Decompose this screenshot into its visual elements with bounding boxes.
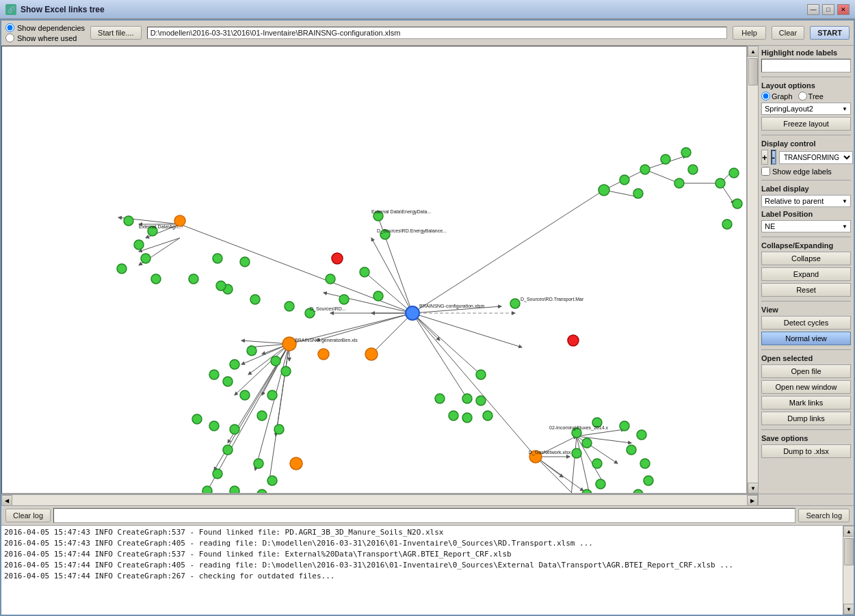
svg-point-139: [633, 490, 643, 493]
clear-button[interactable]: Clear: [772, 26, 804, 40]
svg-point-62: [681, 148, 691, 157]
file-path-input[interactable]: [147, 27, 728, 39]
svg-point-67: [406, 306, 419, 320]
show-edge-labels-label[interactable]: Show edge labels: [761, 167, 851, 176]
dump-xlsx-button[interactable]: Dump to .xlsx: [761, 444, 851, 458]
scroll-track-v[interactable]: [748, 57, 758, 483]
close-button[interactable]: ✕: [837, 4, 850, 15]
show-edge-labels-checkbox[interactable]: [761, 167, 770, 176]
separator-7: [761, 429, 851, 430]
svg-line-2: [371, 238, 412, 313]
collapse-button[interactable]: Collapse: [761, 252, 851, 265]
dc-dropdown[interactable]: TRANSFORMING PICKING ANIMATING: [779, 151, 853, 164]
svg-line-44: [570, 436, 577, 493]
clear-log-button[interactable]: Clear log: [5, 509, 51, 522]
svg-point-55: [598, 185, 609, 196]
open-file-button[interactable]: Open file: [761, 364, 851, 378]
scroll-down-arrow[interactable]: ▼: [748, 483, 759, 494]
minimize-button[interactable]: —: [807, 4, 819, 15]
log-scroll-up[interactable]: ▲: [843, 526, 854, 537]
scroll-left-arrow[interactable]: ◀: [1, 495, 12, 506]
svg-point-74: [285, 302, 294, 311]
dump-links-button[interactable]: Dump links: [761, 412, 851, 425]
layout-dropdown[interactable]: SpringLayout2 ▼: [761, 103, 851, 115]
radio-dependencies[interactable]: [5, 23, 14, 32]
svg-point-66: [722, 219, 732, 229]
svg-point-102: [209, 421, 219, 431]
separator-3: [761, 180, 851, 180]
log-entry: 2016-04-05 15:47:44 INFO CreateGraph:267…: [4, 571, 840, 582]
help-button[interactable]: Help: [733, 26, 766, 40]
scroll-up-arrow[interactable]: ▲: [748, 46, 759, 57]
graph-panel[interactable]: BRAINSNG-configuration.xlsm D_Sources\RD…: [1, 46, 747, 494]
view-label: View: [761, 306, 851, 314]
svg-point-56: [620, 175, 629, 185]
svg-point-111: [365, 348, 378, 360]
detect-cycles-button[interactable]: Detect cycles: [761, 316, 851, 330]
radio-where-used-label[interactable]: Show where used: [5, 34, 85, 42]
app-icon: 🔗: [5, 4, 16, 15]
svg-point-79: [134, 240, 144, 250]
log-search-input[interactable]: [53, 508, 795, 523]
radio-graph[interactable]: [761, 92, 770, 101]
svg-point-71: [373, 211, 383, 221]
freeze-layout-button[interactable]: Freeze layout: [761, 117, 851, 131]
radio-tree[interactable]: [798, 92, 807, 101]
svg-line-49: [412, 190, 604, 313]
svg-point-72: [380, 230, 390, 239]
reset-button[interactable]: Reset: [761, 283, 851, 297]
svg-point-105: [254, 459, 263, 468]
svg-line-11: [645, 170, 679, 183]
svg-point-59: [661, 155, 670, 164]
log-vertical-scrollbar[interactable]: ▲ ▼: [843, 526, 854, 615]
scroll-right-arrow[interactable]: ▶: [747, 495, 758, 506]
right-panel-spacer: [758, 494, 854, 505]
vertical-scrollbar[interactable]: ▲ ▼: [747, 46, 758, 494]
right-panel: Highlight node labels Layout options Gra…: [758, 46, 854, 494]
svg-point-77: [148, 226, 157, 236]
dc-minus-button[interactable]: -: [771, 150, 776, 165]
log-scroll-thumb[interactable]: [844, 538, 854, 565]
expand-button[interactable]: Expand: [761, 267, 851, 281]
svg-point-121: [435, 394, 445, 403]
svg-point-89: [332, 253, 343, 264]
svg-line-47: [412, 313, 522, 347]
label-position-dropdown[interactable]: NE ▼: [761, 220, 851, 232]
svg-point-130: [592, 459, 602, 468]
scroll-track-h[interactable]: [12, 495, 747, 505]
radio-graph-label[interactable]: Graph: [761, 92, 793, 101]
normal-view-button[interactable]: Normal view: [761, 332, 851, 345]
radio-tree-label[interactable]: Tree: [798, 92, 824, 101]
scroll-thumb-v[interactable]: [748, 58, 758, 85]
layout-dropdown-arrow: ▼: [842, 106, 847, 112]
log-scroll-down[interactable]: ▼: [843, 604, 854, 615]
open-new-window-button[interactable]: Open new window: [761, 380, 851, 394]
maximize-button[interactable]: □: [822, 4, 834, 15]
start-button[interactable]: START: [810, 26, 850, 40]
svg-point-58: [633, 189, 643, 198]
bottom-area: Clear log Search log 2016-04-05 15:47:43…: [1, 505, 854, 615]
svg-point-129: [572, 448, 581, 458]
svg-line-48: [412, 313, 536, 457]
label-display-dropdown[interactable]: Relative to parent ▼: [761, 195, 851, 207]
log-entry: 2016-04-05 15:47:44 INFO CreateGraph:537…: [4, 549, 840, 560]
svg-point-100: [274, 425, 284, 434]
svg-point-122: [476, 396, 486, 405]
open-selected-section: Open selected Open file Open new window …: [761, 354, 851, 425]
search-log-button[interactable]: Search log: [798, 509, 850, 522]
svg-point-125: [529, 451, 542, 463]
highlight-input[interactable]: [761, 59, 851, 72]
radio-where-used[interactable]: [5, 34, 14, 42]
horizontal-scrollbar[interactable]: ◀ ▶: [1, 494, 758, 505]
mark-links-button[interactable]: Mark links: [761, 396, 851, 410]
dc-plus-button[interactable]: +: [761, 150, 768, 165]
svg-line-39: [577, 429, 624, 436]
radio-group: Show dependencies Show where used: [5, 23, 85, 42]
svg-point-94: [209, 370, 219, 379]
svg-point-101: [230, 425, 239, 434]
svg-point-69: [510, 299, 520, 308]
start-file-button[interactable]: Start file....: [90, 26, 142, 40]
svg-line-37: [536, 457, 583, 491]
log-scroll-track[interactable]: [843, 537, 854, 604]
radio-dependencies-label[interactable]: Show dependencies: [5, 23, 85, 32]
